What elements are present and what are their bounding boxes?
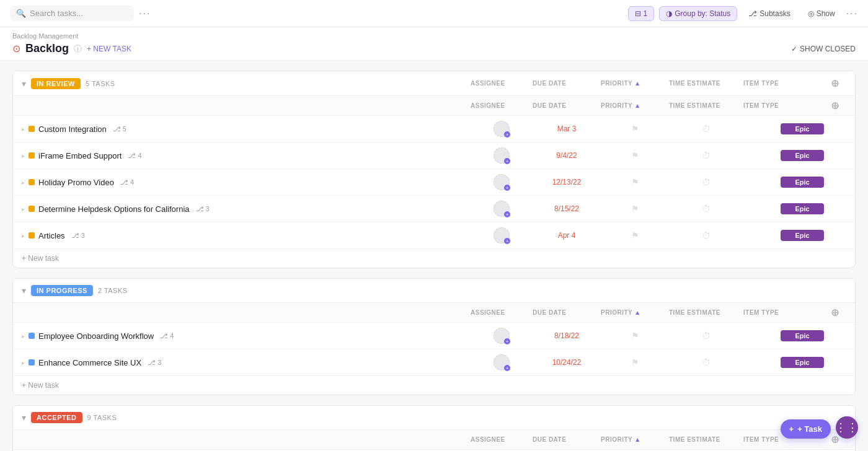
expand-arrow[interactable]: ▸ bbox=[22, 179, 25, 186]
new-task-button[interactable]: + NEW TASK bbox=[87, 45, 131, 53]
status-badge-in-progress: IN PROGRESS bbox=[31, 285, 93, 296]
expand-arrow[interactable]: ▸ bbox=[22, 333, 25, 339]
add-assignee-icon: + bbox=[504, 338, 510, 344]
th-time-review: TIME ESTIMATE bbox=[669, 100, 743, 112]
table-header-in-progress: ASSIGNEE DUE DATE PRIORITY ▲ TIME ESTIMA… bbox=[13, 303, 855, 323]
expand-arrow[interactable]: ▸ bbox=[22, 206, 25, 212]
avatar[interactable]: + bbox=[494, 121, 510, 137]
col-assignee: ASSIGNEE bbox=[471, 77, 533, 89]
add-assignee-icon: + bbox=[504, 365, 510, 371]
task-color-dot bbox=[29, 206, 35, 212]
avatar[interactable]: + bbox=[494, 354, 510, 370]
avatar[interactable]: + bbox=[494, 227, 510, 243]
task-name[interactable]: Determine Helpdesk Options for Californi… bbox=[38, 204, 190, 214]
table-row: ▸ Enhance Commerce Site UX ⎇3 + 10/24/22… bbox=[13, 349, 855, 376]
flag-icon[interactable]: ⚑ bbox=[631, 204, 639, 214]
priority-sort-icon[interactable]: ▲ bbox=[634, 80, 640, 87]
breadcrumb: Backlog Management bbox=[12, 32, 856, 40]
expand-arrow[interactable]: ▸ bbox=[22, 359, 25, 366]
due-date: 8/15/22 bbox=[533, 204, 601, 213]
table-row: ▸ Holiday Promo Video ⎇4 + 12/13/22 ⚑ ⏱ … bbox=[13, 169, 855, 196]
task-name-cell: ▸ Custom Integration ⎇5 bbox=[22, 125, 471, 134]
page-header: Backlog Management ⊙ Backlog ⓘ + NEW TAS… bbox=[0, 27, 868, 61]
show-button[interactable]: ◎ Show bbox=[802, 7, 841, 20]
table-row: ▸ Articles ⎇3 + Apr 4 ⚑ ⏱ Epic bbox=[13, 222, 855, 249]
task-name[interactable]: Custom Integration bbox=[38, 125, 107, 134]
time-cell: ⏱ bbox=[669, 357, 743, 367]
assignee-cell: + bbox=[471, 201, 533, 217]
task-name[interactable]: Employee Onboarding Workflow bbox=[38, 331, 154, 341]
avatar[interactable]: + bbox=[494, 147, 510, 164]
search-placeholder: Search tasks... bbox=[30, 9, 83, 18]
col-time-estimate: TIME ESTIMATE bbox=[669, 77, 743, 89]
add-col-progress-button[interactable]: ⊕ bbox=[824, 307, 846, 318]
collapse-accepted-button[interactable]: ▾ bbox=[22, 413, 26, 423]
task-name[interactable]: Holiday Promo Video bbox=[38, 178, 114, 187]
avatar[interactable]: + bbox=[494, 201, 510, 217]
subtask-count: ⎇3 bbox=[148, 359, 161, 367]
new-task-in-progress[interactable]: + New task bbox=[13, 376, 855, 395]
time-cell: ⏱ bbox=[669, 124, 743, 134]
new-task-in-review[interactable]: + New task bbox=[13, 249, 855, 268]
flag-icon[interactable]: ⚑ bbox=[631, 331, 639, 341]
add-task-fab-button[interactable]: + + Task bbox=[781, 419, 831, 439]
col-item-type: ITEM TYPE bbox=[743, 77, 824, 89]
priority-cell: ⚑ bbox=[601, 331, 669, 341]
topbar-more-button[interactable]: ··· bbox=[139, 8, 151, 19]
search-box[interactable]: 🔍 Search tasks... bbox=[10, 6, 134, 21]
epic-badge[interactable]: Epic bbox=[781, 150, 824, 161]
show-closed-button[interactable]: ✓ SHOW CLOSED bbox=[791, 45, 856, 53]
add-col-review-button[interactable]: ⊕ bbox=[824, 100, 846, 112]
item-type-cell: Epic bbox=[743, 150, 824, 161]
table-row: ▸ Custom Integration ⎇5 + Mar 3 ⚑ ⏱ Epic bbox=[13, 116, 855, 142]
subtask-icon: ⎇ bbox=[71, 232, 79, 240]
subtask-icon: ⎇ bbox=[120, 178, 128, 186]
filter-button[interactable]: ⊟ 1 bbox=[628, 6, 655, 21]
table-row: ▸ Determine Helpdesk Options for Califor… bbox=[13, 196, 855, 222]
priority-sort-accepted-icon[interactable]: ▲ bbox=[634, 436, 640, 443]
th-type-review: ITEM TYPE bbox=[743, 100, 824, 112]
collapse-in-progress-button[interactable]: ▾ bbox=[22, 286, 26, 296]
task-name[interactable]: Articles bbox=[38, 231, 65, 240]
priority-cell: ⚑ bbox=[601, 357, 669, 367]
epic-badge[interactable]: Epic bbox=[781, 230, 824, 241]
flag-icon[interactable]: ⚑ bbox=[631, 124, 639, 134]
fab-options-button[interactable]: ⋮⋮ bbox=[836, 416, 858, 439]
task-name[interactable]: Enhance Commerce Site UX bbox=[38, 358, 141, 367]
epic-badge[interactable]: Epic bbox=[781, 203, 824, 214]
task-count-in-progress: 2 TASKS bbox=[98, 287, 128, 294]
th-due-progress: DUE DATE bbox=[533, 307, 601, 318]
task-name[interactable]: iFrame Embed Support bbox=[38, 151, 122, 160]
flag-icon[interactable]: ⚑ bbox=[631, 177, 639, 187]
subtask-count: ⎇4 bbox=[128, 152, 141, 160]
expand-arrow[interactable]: ▸ bbox=[22, 232, 25, 239]
flag-icon[interactable]: ⚑ bbox=[631, 151, 639, 160]
expand-arrow[interactable]: ▸ bbox=[22, 152, 25, 159]
section-header-in-progress: ▾ IN PROGRESS 2 TASKS bbox=[13, 279, 855, 303]
avatar[interactable]: + bbox=[494, 328, 510, 344]
epic-badge[interactable]: Epic bbox=[781, 177, 824, 188]
task-name-cell: ▸ Determine Helpdesk Options for Califor… bbox=[22, 204, 471, 214]
info-icon[interactable]: ⓘ bbox=[74, 43, 82, 55]
collapse-in-review-button[interactable]: ▾ bbox=[22, 79, 26, 89]
epic-badge[interactable]: Epic bbox=[781, 330, 824, 341]
time-cell: ⏱ bbox=[669, 204, 743, 214]
hourglass-icon: ⏱ bbox=[702, 151, 711, 160]
add-column-button[interactable]: ⊕ bbox=[824, 77, 846, 89]
flag-icon[interactable]: ⚑ bbox=[631, 230, 639, 240]
expand-arrow[interactable]: ▸ bbox=[22, 126, 25, 133]
table-row: ▸ Employee Onboarding Workflow ⎇4 + 8/18… bbox=[13, 323, 855, 349]
section-header-accepted: ▾ ACCEPTED 9 TASKS bbox=[13, 406, 855, 430]
subtasks-button[interactable]: ⎇ Subtasks bbox=[742, 7, 796, 20]
priority-sort-review-icon[interactable]: ▲ bbox=[634, 102, 640, 109]
group-by-button[interactable]: ◑ Group by: Status bbox=[659, 6, 737, 21]
avatar[interactable]: + bbox=[494, 174, 510, 190]
topbar-options-button[interactable]: ··· bbox=[846, 8, 858, 19]
th-assignee-review: ASSIGNEE bbox=[471, 100, 533, 112]
priority-sort-progress-icon[interactable]: ▲ bbox=[634, 309, 640, 316]
task-color-dot bbox=[29, 179, 35, 185]
epic-badge[interactable]: Epic bbox=[781, 357, 824, 368]
topbar-right: ⊟ 1 ◑ Group by: Status ⎇ Subtasks ◎ Show… bbox=[628, 6, 858, 21]
epic-badge[interactable]: Epic bbox=[781, 123, 824, 134]
flag-icon[interactable]: ⚑ bbox=[631, 357, 639, 367]
